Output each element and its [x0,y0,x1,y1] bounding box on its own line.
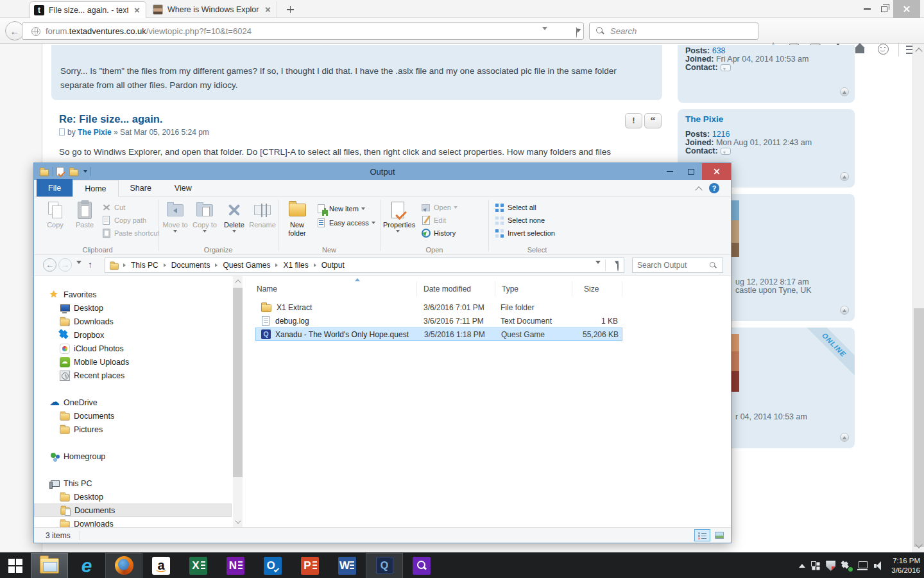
up-button[interactable]: ↑ [88,259,92,270]
page-scrollbar[interactable] [912,44,924,552]
refresh-button[interactable] [617,261,619,270]
sidebar-item-pc-documents[interactable]: Documents [34,504,232,517]
select-none-button[interactable]: Select none [494,214,545,227]
file-row-x1-extract[interactable]: X1 Extract 3/6/2016 7:01 PM File folder [255,301,622,314]
post2-title[interactable]: Re: File size... again. [59,113,162,125]
file-row-debug-log[interactable]: debug.log 3/6/2016 7:11 PM Text Document… [255,314,622,328]
close-button[interactable] [702,163,731,180]
quote-post-button[interactable]: “ [644,113,662,128]
author-link[interactable]: The Pixie [78,128,112,137]
tab-close-icon[interactable] [133,6,142,15]
qat-properties-icon[interactable] [56,167,64,176]
hidden-icons-caret[interactable] [799,564,805,568]
open-button[interactable]: Open [420,201,458,214]
taskbar-onenote[interactable]: N [217,553,254,578]
taskbar-search[interactable] [403,553,440,578]
edit-button[interactable]: Edit [420,214,446,227]
maximize-button[interactable] [681,163,701,180]
rename-button[interactable]: Rename [248,199,277,241]
icons-view-button[interactable] [711,529,727,541]
column-header-name[interactable]: Name [250,281,417,297]
home-icon[interactable] [855,44,866,55]
sidebar-item-recent-places[interactable]: Recent places [34,369,232,382]
sidebar-item-favorites[interactable]: Favorites [34,288,232,301]
cut-button[interactable]: Cut [101,201,125,214]
qat-new-folder-icon[interactable] [69,169,78,176]
taskbar-amazon[interactable]: a [142,553,180,578]
clock[interactable]: 7:16 PM 3/6/2016 [891,556,920,575]
history-button[interactable]: History [420,227,456,240]
history-dropdown-icon[interactable] [76,264,81,276]
scroll-top-button[interactable] [840,172,849,181]
crumb-quest-games[interactable]: Quest Games [218,261,275,270]
sidebar-item-this-pc[interactable]: This PC [34,477,232,490]
copy-to-button[interactable]: Copy to [190,199,219,241]
qat-customize-icon[interactable] [83,170,87,173]
taskbar-powerpoint[interactable]: P [291,553,329,578]
address-dropdown-icon[interactable] [595,264,601,273]
posts-count-link[interactable]: 1216 [712,130,730,139]
select-all-button[interactable]: Select all [494,201,536,214]
address-bar[interactable]: This PC Documents Quest Games X1 files O… [105,258,624,273]
scroll-top-button[interactable] [840,306,849,315]
crumb-this-p[interactable]: This PC [126,261,163,270]
sidebar-scrollbar[interactable] [233,276,243,527]
tab-file[interactable]: File [37,179,73,197]
reload-button[interactable] [576,28,577,37]
taskbar-file-explorer[interactable] [31,553,68,578]
back-button[interactable]: ← [43,258,56,272]
scrollbar-thumb[interactable] [233,288,243,477]
crumb-documents[interactable]: Documents [167,261,215,270]
volume-icon[interactable] [874,561,884,570]
new-folder-button[interactable]: New folder [282,199,312,241]
new-tab-button[interactable] [282,3,298,17]
column-header-date-modified[interactable]: Date modified [417,281,495,297]
copy-path-button[interactable]: Copy path [101,214,146,227]
file-row-xanadu-quest[interactable]: Q Xanadu - The World's Only Hope.quest 3… [255,328,622,341]
search-output-input[interactable]: Search Output [632,258,723,273]
sidebar-item-onedrive-pictures[interactable]: Pictures [34,423,232,436]
tab-home[interactable]: Home [73,180,118,197]
taskbar-quest[interactable]: Q [366,553,403,578]
copy-button[interactable]: Copy [40,199,70,241]
details-view-button[interactable] [694,529,710,541]
security-shield-icon[interactable] [826,561,835,571]
column-header-size[interactable]: Size [572,281,622,297]
sidebar-item-dropbox[interactable]: Dropbox [34,328,232,342]
report-post-button[interactable]: ! [625,113,642,128]
sidebar-item-mobile-uploads[interactable]: Mobile Uploads [34,355,232,369]
scroll-down-icon[interactable] [235,518,241,523]
scroll-up-icon[interactable] [915,48,922,55]
sidebar-item-onedrive-documents[interactable]: Documents [34,409,232,423]
url-dropdown-icon[interactable] [542,30,547,40]
move-to-button[interactable]: Move to [160,199,190,241]
new-item-button[interactable]: New item [316,202,365,215]
scroll-top-button[interactable] [840,87,849,96]
taskbar-firefox[interactable] [105,553,142,578]
taskbar-outlook[interactable]: O [254,553,291,578]
restore-button[interactable] [875,0,893,18]
get-windows-icon[interactable] [811,561,820,570]
taskbar-internet-explorer[interactable]: e [68,553,105,578]
search-bar[interactable]: Search [589,22,758,40]
url-bar[interactable]: forum.textadventures.co.uk/viewtopic.php… [22,22,584,40]
scrollbar-thumb[interactable] [914,308,924,547]
sidebar-item-desktop[interactable]: Desktop [34,301,232,315]
forward-button[interactable]: → [58,258,72,272]
hello-smiley-icon[interactable] [878,44,889,57]
crumb-x1-files[interactable]: X1 files [278,261,312,270]
invert-selection-button[interactable]: Invert selection [494,227,555,240]
dropbox-tray-icon[interactable] [841,561,851,571]
minimize-button[interactable] [859,0,875,18]
sidebar-item-pc-desktop[interactable]: Desktop [34,490,232,504]
tab-share[interactable]: Share [119,179,163,197]
easy-access-button[interactable]: Easy access [316,216,375,229]
minimize-button[interactable] [660,163,680,180]
posts-count-link[interactable]: 638 [712,46,726,55]
crumb-output[interactable]: Output [317,261,349,270]
taskbar-word[interactable]: W [329,553,366,578]
tab-where-is-explorer[interactable]: Where is Windows Explorer... [149,1,277,18]
paste-button[interactable]: Paste [70,199,99,241]
tab-view[interactable]: View [163,179,203,197]
profile2-name[interactable]: The Pixie [685,114,723,124]
